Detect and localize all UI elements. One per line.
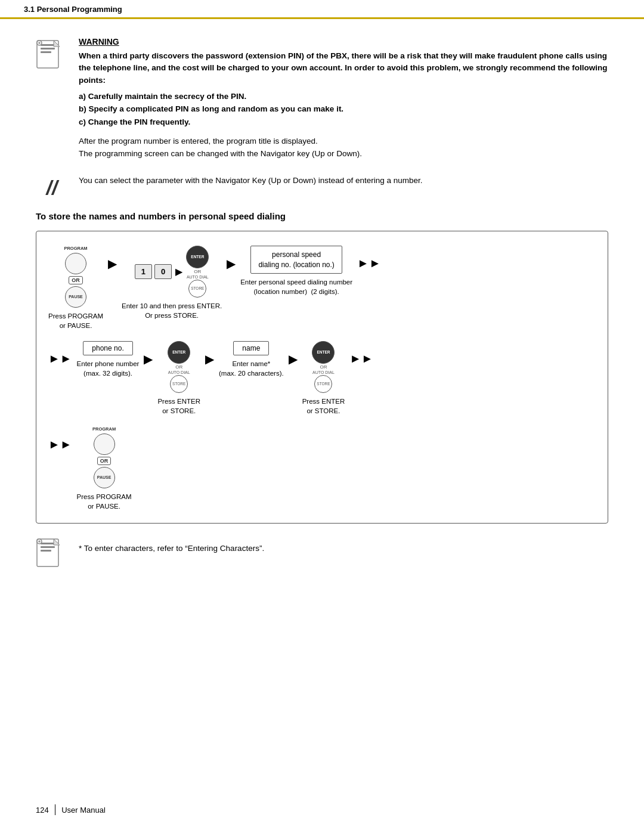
personal-speed-box: personal speed dialing no. (location no.… xyxy=(250,246,342,274)
program-button xyxy=(65,253,86,274)
step1-cell: PROGRAM OR PAUSE Press PROGRAMor PAUSE. xyxy=(48,246,103,330)
enter-button-2: ENTER xyxy=(168,341,190,364)
content-area: WARNING When a third party discovers the… xyxy=(0,19,644,594)
warning-body: When a third party discovers the passwor… xyxy=(79,50,608,86)
svg-rect-10 xyxy=(41,550,51,552)
arrow2: ▶ xyxy=(227,246,236,281)
warning-normal1: After the program number is entered, the… xyxy=(79,135,608,148)
enter-button-3: ENTER xyxy=(312,341,335,364)
warning-normal2: The programming screen can be changed wi… xyxy=(79,147,608,160)
arrow5: ▶ xyxy=(144,341,153,377)
footer-label: User Manual xyxy=(61,806,106,815)
warning-doc-icon xyxy=(36,39,68,72)
step5-cell: ENTER OR AUTO DIAL STORE Press ENTERor S… xyxy=(157,341,200,416)
note-block: // You can select the parameter with the… xyxy=(36,175,608,199)
store-button-1: STORE xyxy=(188,280,206,298)
note-text: You can select the parameter with the Na… xyxy=(79,175,608,187)
step2-label: Enter 10 and then press ENTER.Or press S… xyxy=(122,301,222,320)
footnote-block: * To enter characters, refer to “Enterin… xyxy=(36,538,608,571)
step2-cell: 1 0 ▶ ENTER OR AUTO DIAL STORE Enter 10 … xyxy=(122,246,222,320)
arrow4-double-in: ►► xyxy=(48,341,72,377)
footer-divider xyxy=(55,804,56,815)
header-bar: 3.1 Personal Programming xyxy=(0,0,644,19)
step5-enter-group: ENTER OR AUTO DIAL STORE xyxy=(168,341,190,393)
step7-cell: ENTER OR AUTO DIAL STORE Press ENTERor S… xyxy=(302,341,345,416)
warning-block: WARNING When a third party discovers the… xyxy=(36,37,608,160)
page-number: 124 xyxy=(36,806,49,815)
footnote-doc-icon xyxy=(36,538,68,571)
arrow1: ▶ xyxy=(108,246,117,281)
page-footer: 124 User Manual xyxy=(36,804,608,815)
warning-list: a) Carefully maintain the secrecy of the… xyxy=(79,90,608,129)
step8-label: Press PROGRAMor PAUSE. xyxy=(77,492,132,511)
footnote-text: * To enter characters, refer to “Enterin… xyxy=(79,538,264,553)
svg-rect-2 xyxy=(41,48,55,49)
step3-cell: personal speed dialing no. (location no.… xyxy=(240,246,352,297)
diagram-box: PROGRAM OR PAUSE Press PROGRAMor PAUSE. … xyxy=(36,231,608,524)
svg-rect-1 xyxy=(41,44,55,46)
svg-rect-9 xyxy=(41,546,55,548)
store-button-2: STORE xyxy=(170,375,188,393)
warning-point-c: c) Change the PIN frequently. xyxy=(79,116,608,129)
enter-button-1: ENTER xyxy=(186,246,209,268)
step3-label: Enter personal speed dialing number(loca… xyxy=(240,277,352,296)
warning-point-b: b) Specify a complicated PIN as long and… xyxy=(79,103,608,116)
warning-title: WARNING xyxy=(79,37,608,47)
phone-no-box: phone no. xyxy=(83,341,132,355)
step2-enter-group: ENTER OR AUTO DIAL STORE xyxy=(186,246,209,298)
section-heading: To store the names and numbers in person… xyxy=(36,211,608,221)
warning-point-a: a) Carefully maintain the secrecy of the… xyxy=(79,90,608,103)
pause-button-2: PAUSE xyxy=(94,467,115,488)
or-label-1: OR xyxy=(69,276,83,284)
svg-rect-3 xyxy=(41,51,51,53)
key-1: 1 xyxy=(135,264,152,279)
step5-label: Press ENTERor STORE. xyxy=(157,397,200,416)
step1-btn-group: PROGRAM OR PAUSE xyxy=(64,246,87,308)
svg-rect-8 xyxy=(41,543,55,544)
step6-label: Enter name*(max. 20 characters). xyxy=(219,359,284,378)
name-box: name xyxy=(233,341,269,355)
step7-enter-group: ENTER OR AUTO DIAL STORE xyxy=(312,341,335,393)
key-0: 0 xyxy=(154,264,172,279)
pause-button: PAUSE xyxy=(65,286,86,308)
arrow3-double: ►► xyxy=(357,246,381,281)
step4-label: Enter phone number(max. 32 digits). xyxy=(77,359,140,378)
arrow8-double: ►► xyxy=(349,341,373,377)
page: 3.1 Personal Programming WARNING xyxy=(0,0,644,833)
or-label-2: OR xyxy=(97,457,112,465)
step7-label: Press ENTERor STORE. xyxy=(302,397,345,416)
step1-label: Press PROGRAMor PAUSE. xyxy=(48,311,103,330)
store-button-3: STORE xyxy=(314,375,332,393)
arrow9-double-in: ►► xyxy=(48,426,72,462)
warning-text: WARNING When a third party discovers the… xyxy=(79,37,608,160)
note-icon: // xyxy=(36,176,68,199)
step4-cell: phone no. Enter phone number(max. 32 dig… xyxy=(77,341,140,378)
step8-btn-group: PROGRAM OR PAUSE xyxy=(92,426,116,488)
program-button-2 xyxy=(94,433,115,455)
step8-cell: PROGRAM OR PAUSE Press PROGRAMor PAUSE. xyxy=(77,426,132,511)
arrow7: ▶ xyxy=(289,341,298,377)
arrow6: ▶ xyxy=(205,341,214,377)
step6-cell: name Enter name*(max. 20 characters). xyxy=(219,341,284,378)
header-title: 3.1 Personal Programming xyxy=(24,5,122,14)
